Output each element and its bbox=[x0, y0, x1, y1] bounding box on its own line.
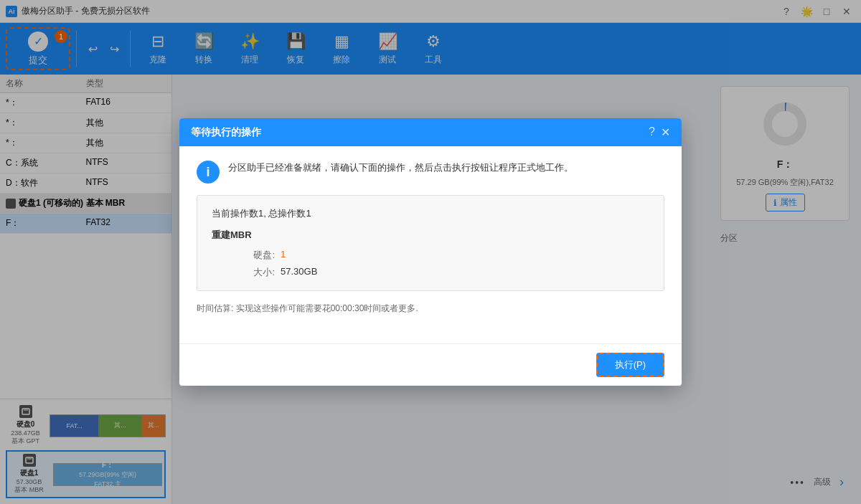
dialog-title-buttons: ? ✕ bbox=[649, 125, 670, 139]
execute-button[interactable]: 执行(P) bbox=[596, 353, 664, 377]
op-size-key: 大小: bbox=[223, 266, 281, 279]
dialog-body: i 分区助手已经准备就绪，请确认下面的操作，然后点击执行按钮让程序正式地工作。 … bbox=[179, 146, 682, 343]
op-disk-value: 1 bbox=[281, 249, 286, 262]
dialog-titlebar: 等待执行的操作 ? ✕ bbox=[179, 118, 682, 146]
dialog-help-button[interactable]: ? bbox=[649, 125, 655, 139]
op-title: 重建MBR bbox=[212, 229, 649, 242]
info-circle-icon: i bbox=[197, 161, 220, 184]
dialog-info-text: 分区助手已经准备就绪，请确认下面的操作，然后点击执行按钮让程序正式地工作。 bbox=[228, 161, 573, 175]
dialog-footer: 执行(P) bbox=[179, 343, 682, 386]
dialog-close-button[interactable]: ✕ bbox=[661, 125, 670, 139]
op-size-value: 57.30GB bbox=[281, 266, 317, 279]
dialog-info-row: i 分区助手已经准备就绪，请确认下面的操作，然后点击执行按钮让程序正式地工作。 bbox=[197, 161, 664, 184]
dialog-title: 等待执行的操作 bbox=[191, 126, 261, 139]
ops-count: 当前操作数1, 总操作数1 bbox=[212, 207, 649, 220]
op-size-row: 大小: 57.30GB bbox=[223, 266, 649, 279]
operations-box: 当前操作数1, 总操作数1 重建MBR 硬盘: 1 大小: 57.30GB bbox=[197, 195, 664, 291]
op-details: 硬盘: 1 大小: 57.30GB bbox=[212, 249, 649, 279]
pending-operations-dialog: 等待执行的操作 ? ✕ i 分区助手已经准备就绪，请确认下面的操作，然后点击执行… bbox=[179, 118, 682, 386]
op-disk-key: 硬盘: bbox=[223, 249, 281, 262]
time-estimate: 时间估算: 实现这些操作可能需要花00:00:30时间或者更多. bbox=[197, 303, 664, 315]
op-disk-row: 硬盘: 1 bbox=[223, 249, 649, 262]
dialog-overlay: 等待执行的操作 ? ✕ i 分区助手已经准备就绪，请确认下面的操作，然后点击执行… bbox=[0, 0, 861, 504]
